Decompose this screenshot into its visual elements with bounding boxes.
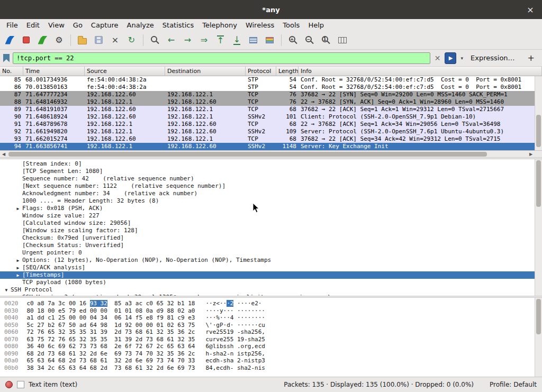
hex-row-0090[interactable]: 009068 2d 73 68 61 32 2d 6e 69 73 74 70 … — [0, 350, 542, 358]
detail-line[interactable]: 1000 .... = Header Length: 32 bytes (8) — [0, 197, 542, 205]
display-filter-input[interactable] — [13, 52, 430, 64]
details-vscrollbar-thumb[interactable] — [536, 160, 541, 207]
packet-row-89[interactable]: 8971.648191037192.168.122.60192.168.122.… — [0, 106, 542, 113]
column-header-time[interactable]: Time — [23, 67, 85, 76]
column-header-source[interactable]: Source — [85, 67, 165, 76]
detail-line[interactable]: Acknowledgment number: 34 (relative ack … — [0, 190, 542, 197]
close-window-icon[interactable]: × — [525, 4, 536, 15]
packet-row-94[interactable]: 9471.663856741192.168.122.1192.168.122.6… — [0, 143, 542, 150]
detail-line[interactable]: ▼SSH Protocol — [0, 286, 542, 294]
details-vscrollbar[interactable] — [535, 159, 542, 296]
detail-line[interactable]: Checksum: 0x79ed [unverified] — [0, 234, 542, 242]
packet-row-87[interactable]: 8771.647777234192.168.122.60192.168.122.… — [0, 91, 542, 98]
hex-row-0070[interactable]: 007063 75 72 76 65 32 35 35 31 39 2d 73 … — [0, 336, 542, 343]
zoom-original-button[interactable]: 1 — [318, 33, 333, 47]
filter-clear-icon[interactable]: ✕ — [433, 54, 442, 62]
menu-capture[interactable]: Capture — [87, 20, 123, 30]
vscrollbar-thumb[interactable] — [536, 115, 541, 148]
detail-line[interactable]: Window size value: 227 — [0, 212, 542, 220]
menu-wireless[interactable]: Wireless — [241, 20, 278, 30]
hex-row-0020[interactable]: 0020c0 a8 7a 3c 00 16 93 32 85 a3 ac c0 … — [0, 300, 542, 307]
menu-help[interactable]: Help — [304, 20, 328, 30]
go-to-packet-button[interactable]: ⇒ — [196, 33, 212, 47]
zoom-in-button[interactable]: + — [285, 33, 301, 47]
scroll-right-icon[interactable]: ▶ — [527, 151, 535, 157]
hex-row-0060[interactable]: 006072 76 65 32 35 35 31 39 2d 73 68 61 … — [0, 329, 542, 336]
hex-row-0030[interactable]: 003080 18 00 e5 79 ed 00 00 01 01 08 0a … — [0, 307, 542, 315]
expanded-arrow-icon[interactable]: ▼ — [2, 287, 11, 294]
detail-line[interactable]: [Calculated window size: 29056] — [0, 220, 542, 227]
filter-bookmark-icon[interactable] — [3, 54, 10, 62]
save-capture-file-button[interactable] — [91, 33, 106, 47]
hex-vscrollbar[interactable] — [535, 298, 542, 377]
packet-row-88[interactable]: 8871.648146932192.168.122.1192.168.122.6… — [0, 98, 542, 106]
hex-row-0040[interactable]: 0040a1 dd c1 25 00 00 04 34 06 14 f5 e8 … — [0, 314, 542, 322]
capture-comment-icon[interactable] — [17, 381, 24, 388]
menu-file[interactable]: File — [2, 20, 22, 30]
detail-line[interactable]: ▶SSH Version 2 (encryption:chacha20-poly… — [0, 294, 542, 296]
start-capture-button[interactable] — [2, 33, 17, 47]
collapsed-arrow-icon[interactable]: ▶ — [14, 294, 22, 296]
packet-row-86[interactable]: 8670.013850163fe:54:00:d4:38:2aSTP54Conf… — [0, 84, 542, 91]
column-header-length[interactable]: Length — [276, 67, 299, 76]
expert-info-icon[interactable] — [5, 381, 13, 388]
collapsed-arrow-icon[interactable]: ▶ — [14, 205, 22, 212]
detail-line[interactable]: Urgent pointer: 0 — [0, 249, 542, 257]
menu-edit[interactable]: Edit — [22, 20, 44, 30]
zoom-out-button[interactable]: − — [302, 33, 317, 47]
go-forward-button[interactable]: → — [180, 33, 195, 47]
stop-capture-button[interactable] — [19, 33, 34, 47]
expression-button[interactable]: Expression… — [467, 54, 518, 62]
column-header-no[interactable]: No. — [0, 67, 23, 76]
menu-telephony[interactable]: Telephony — [198, 20, 241, 30]
go-first-packet-button[interactable]: ↑ — [213, 33, 228, 47]
collapsed-arrow-icon[interactable]: ▶ — [14, 272, 22, 279]
resize-columns-button[interactable] — [335, 33, 350, 47]
scroll-left-icon[interactable]: ◀ — [0, 151, 7, 157]
menu-go[interactable]: Go — [69, 20, 87, 30]
menu-statistics[interactable]: Statistics — [158, 20, 198, 30]
collapsed-arrow-icon[interactable]: ▶ — [14, 257, 22, 264]
go-back-button[interactable]: ← — [164, 33, 179, 47]
detail-line[interactable]: [Checksum Status: Unverified] — [0, 242, 542, 249]
column-header-destination[interactable]: Destination — [165, 67, 246, 76]
packet-row-85[interactable]: 8568.001734936fe:54:00:d4:38:2aSTP54Conf… — [0, 76, 542, 84]
menu-analyze[interactable]: Analyze — [123, 20, 158, 30]
add-filter-button[interactable]: + — [523, 53, 539, 63]
collapsed-arrow-icon[interactable]: ▶ — [14, 265, 22, 271]
go-last-packet-button[interactable]: ↓ — [229, 33, 245, 47]
hex-vscrollbar-thumb[interactable] — [536, 299, 541, 334]
reload-capture-file-button[interactable]: ↻ — [124, 33, 139, 47]
hscrollbar-thumb[interactable] — [8, 152, 487, 157]
packet-row-93[interactable]: 9371.662015274192.168.122.60192.168.122.… — [0, 135, 542, 143]
packet-row-92[interactable]: 9271.661949820192.168.122.1192.168.122.6… — [0, 128, 542, 135]
detail-line[interactable]: [TCP Segment Len: 1080] — [0, 168, 542, 175]
detail-line[interactable]: ▶[Timestamps] — [0, 271, 542, 279]
detail-line[interactable]: TCP payload (1080 bytes) — [0, 279, 542, 286]
packet-list-vscrollbar[interactable] — [535, 76, 542, 150]
detail-line[interactable]: ▶Options: (12 bytes), No-Operation (NOP)… — [0, 257, 542, 264]
hex-row-0050[interactable]: 00505c 27 b2 67 50 ad 64 98 1d 92 00 00 … — [0, 322, 542, 329]
open-capture-file-button[interactable] — [75, 33, 90, 47]
detail-line[interactable]: [Next sequence number: 1122 (relative se… — [0, 183, 542, 190]
detail-line[interactable]: [Stream index: 0] — [0, 160, 542, 168]
detail-line[interactable]: Sequence number: 42 (relative sequence n… — [0, 175, 542, 183]
detail-line[interactable]: [Window size scaling factor: 128] — [0, 227, 542, 234]
packet-list-hscrollbar[interactable]: ◀ ▶ — [0, 150, 542, 157]
menu-tools[interactable]: Tools — [278, 20, 304, 30]
auto-scroll-button[interactable] — [246, 33, 261, 47]
hex-row-0080[interactable]: 008036 40 6c 69 62 73 73 68 2e 6f 72 67 … — [0, 343, 542, 350]
detail-line[interactable]: ▶[SEQ/ACK analysis] — [0, 264, 542, 271]
column-header-protocol[interactable]: Protocol — [246, 67, 276, 76]
close-capture-file-button[interactable]: × — [107, 33, 123, 47]
filter-dropdown-icon[interactable]: ▾ — [459, 56, 464, 61]
status-profile[interactable]: Profile: Default — [490, 381, 537, 388]
packet-row-90[interactable]: 9071.648618924192.168.122.60192.168.122.… — [0, 113, 542, 121]
capture-options-button[interactable]: ⚙ — [51, 33, 67, 47]
column-header-info[interactable]: Info — [299, 67, 542, 76]
packet-row-91[interactable]: 9171.648789678192.168.122.1192.168.122.6… — [0, 121, 542, 128]
detail-line[interactable]: ▶Flags: 0x018 (PSH, ACK) — [0, 205, 542, 212]
hex-row-00a0[interactable]: 00a065 63 64 68 2d 73 68 61 32 2d 6e 69 … — [0, 357, 542, 364]
filter-apply-button[interactable]: ▶ — [445, 52, 456, 64]
find-packet-button[interactable] — [147, 33, 162, 47]
